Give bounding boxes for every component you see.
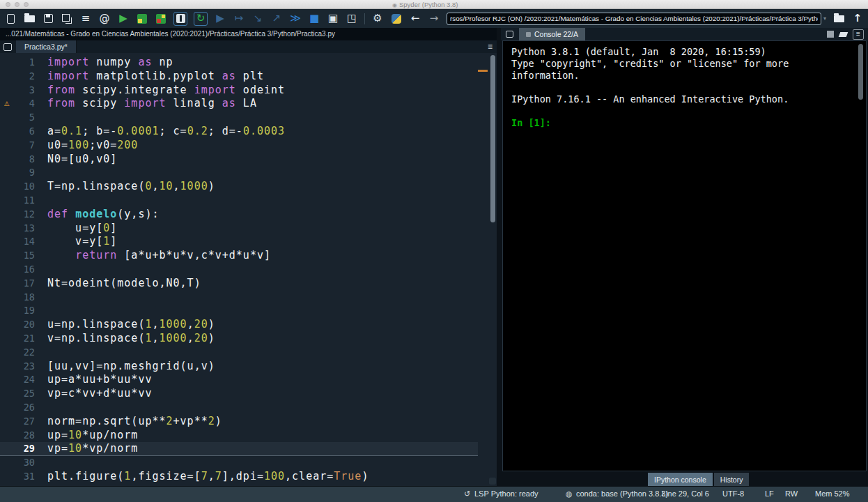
bottom-tab-history[interactable]: History: [714, 473, 750, 486]
close-window-icon[interactable]: [6, 2, 10, 7]
code-line[interactable]: 6a=0.1; b=-0.0001; c=0.2; d=-0.0003: [0, 125, 478, 139]
preferences-wrench-icon[interactable]: ⚙: [371, 13, 384, 25]
console-scrollbar[interactable]: [858, 44, 863, 100]
code-line[interactable]: 24up=a*uu+b*uu*vv: [0, 373, 478, 387]
code-line[interactable]: 15 return [a*u+b*u*v,c*v+d*u*v]: [0, 249, 478, 263]
conda-env-status[interactable]: conda: base (Python 3.8.3): [576, 489, 668, 498]
line-number[interactable]: 22: [0, 346, 35, 360]
code-line[interactable]: 26: [0, 401, 478, 415]
line-number[interactable]: 20: [0, 318, 35, 332]
code-line[interactable]: 29vp=10*vp/norm: [0, 442, 478, 456]
code-text[interactable]: vp=c*vv+d*uu*vv: [47, 387, 152, 401]
line-number[interactable]: 3: [0, 84, 35, 98]
code-line[interactable]: 2import matplotlib.pyplot as plt: [0, 70, 478, 84]
stop-icon[interactable]: ■: [308, 13, 320, 25]
code-text[interactable]: N0=[u0,v0]: [47, 153, 117, 167]
code-line[interactable]: ⚠4from scipy import linalg as LA: [0, 97, 478, 111]
code-text[interactable]: from scipy import linalg as LA: [47, 97, 257, 111]
warning-scroll-marker[interactable]: [478, 70, 488, 72]
code-text[interactable]: vp=10*vp/norm: [47, 442, 138, 455]
line-number[interactable]: 12: [0, 208, 35, 222]
run-file-icon[interactable]: ▶: [117, 13, 130, 25]
browse-working-directory-icon[interactable]: [832, 13, 845, 25]
line-number[interactable]: 7: [0, 139, 35, 153]
run-selection-icon[interactable]: [173, 12, 187, 26]
continue-icon[interactable]: ≫: [289, 13, 302, 25]
step-return-icon[interactable]: ↗: [270, 13, 283, 25]
line-number[interactable]: 10: [0, 180, 35, 194]
parent-directory-icon[interactable]: ↑: [851, 13, 864, 25]
code-line[interactable]: 23[uu,vv]=np.meshgrid(u,v): [0, 360, 478, 374]
new-file-icon[interactable]: [4, 13, 17, 25]
open-file-icon[interactable]: [23, 13, 36, 25]
browse-console-tabs-icon[interactable]: [506, 31, 513, 38]
line-number[interactable]: 23: [0, 360, 35, 374]
code-text[interactable]: [uu,vv]=np.meshgrid(u,v): [47, 360, 215, 374]
code-line[interactable]: 18: [0, 291, 478, 305]
editor-scroll-down-icon[interactable]: [489, 478, 496, 485]
bottom-tab-ipython-console[interactable]: IPython console: [648, 473, 713, 486]
warning-icon[interactable]: ⚠: [4, 98, 10, 107]
code-text[interactable]: u=np.linspace(1,1000,20): [47, 318, 215, 332]
nav-forward-icon[interactable]: →: [428, 13, 440, 25]
interrupt-kernel-icon[interactable]: [827, 31, 834, 38]
code-line[interactable]: 30: [0, 456, 478, 470]
line-number[interactable]: 11: [0, 194, 35, 208]
code-line[interactable]: 13 u=y[0]: [0, 222, 478, 236]
chevron-down-icon[interactable]: ▾: [823, 15, 826, 22]
code-line[interactable]: 27norm=np.sqrt(up**2+vp**2): [0, 415, 478, 429]
code-text[interactable]: u0=100;v0=200: [47, 139, 138, 153]
code-line[interactable]: 17Nt=odeint(modelo,N0,T): [0, 277, 478, 291]
remove-variables-icon[interactable]: [839, 32, 848, 37]
zoom-window-icon[interactable]: [24, 2, 29, 7]
code-text[interactable]: Nt=odeint(modelo,N0,T): [47, 277, 201, 291]
code-text[interactable]: return [a*u+b*u*v,c*v+d*u*v]: [47, 249, 271, 263]
code-text[interactable]: def modelo(y,s):: [47, 208, 160, 222]
fullscreen-icon[interactable]: ◳: [346, 13, 358, 25]
line-number[interactable]: 27: [0, 415, 35, 429]
code-line[interactable]: 25vp=c*vv+d*uu*vv: [0, 387, 478, 401]
code-line[interactable]: 20u=np.linspace(1,1000,20): [0, 318, 478, 332]
tab-practica3[interactable]: Practica3.py*: [16, 40, 77, 53]
line-number[interactable]: 16: [0, 263, 35, 277]
file-switcher-icon[interactable]: ≡: [79, 13, 92, 25]
step-into-icon[interactable]: ↘: [251, 13, 264, 25]
code-text[interactable]: up=a*uu+b*uu*vv: [47, 373, 152, 387]
line-number[interactable]: 5: [0, 111, 35, 125]
save-all-icon[interactable]: [61, 13, 73, 25]
code-text[interactable]: v=y[1]: [47, 235, 117, 249]
code-area[interactable]: 1import numpy as np2import matplotlib.py…: [0, 56, 478, 484]
code-text[interactable]: u=y[0]: [47, 222, 117, 236]
code-line[interactable]: 10T=np.linspace(0,10,1000): [0, 180, 478, 194]
line-number[interactable]: 30: [0, 456, 35, 470]
code-line[interactable]: 1import numpy as np: [0, 56, 478, 70]
code-line[interactable]: 31plt.figure(1,figsize=[7,7],dpi=100,cle…: [0, 470, 478, 484]
tab-console-22a[interactable]: Console 22/A: [519, 28, 585, 40]
line-number[interactable]: 13: [0, 222, 35, 236]
editor-scrollbar[interactable]: [490, 55, 495, 222]
code-text[interactable]: import matplotlib.pyplot as plt: [47, 70, 264, 84]
step-over-icon[interactable]: ↦: [233, 13, 245, 25]
working-directory-input[interactable]: [447, 13, 821, 25]
line-number[interactable]: 25: [0, 387, 35, 401]
code-text[interactable]: norm=np.sqrt(up**2+vp**2): [47, 415, 222, 429]
editor-options-icon[interactable]: ≡: [488, 43, 493, 51]
python-path-icon[interactable]: [390, 13, 403, 25]
line-number[interactable]: 18: [0, 291, 35, 305]
minimize-window-icon[interactable]: [15, 2, 20, 7]
code-text[interactable]: a=0.1; b=-0.0001; c=0.2; d=-0.0003: [47, 125, 285, 139]
code-text[interactable]: T=np.linspace(0,10,1000): [47, 180, 215, 194]
run-cell-icon[interactable]: [136, 13, 148, 25]
code-line[interactable]: 14 v=y[1]: [0, 235, 478, 249]
debug-file-icon[interactable]: ▶: [214, 13, 226, 25]
line-number[interactable]: 26: [0, 401, 35, 415]
code-text[interactable]: plt.figure(1,figsize=[7,7],dpi=100,clear…: [47, 470, 369, 484]
code-line[interactable]: 5: [0, 111, 478, 125]
code-line[interactable]: 11: [0, 194, 478, 208]
line-number[interactable]: 21: [0, 332, 35, 346]
line-number[interactable]: 24: [0, 373, 35, 387]
line-number[interactable]: 14: [0, 235, 35, 249]
code-editor[interactable]: 1import numpy as np2import matplotlib.py…: [0, 53, 497, 486]
line-number[interactable]: 19: [0, 304, 35, 318]
line-number[interactable]: 31: [0, 470, 35, 484]
